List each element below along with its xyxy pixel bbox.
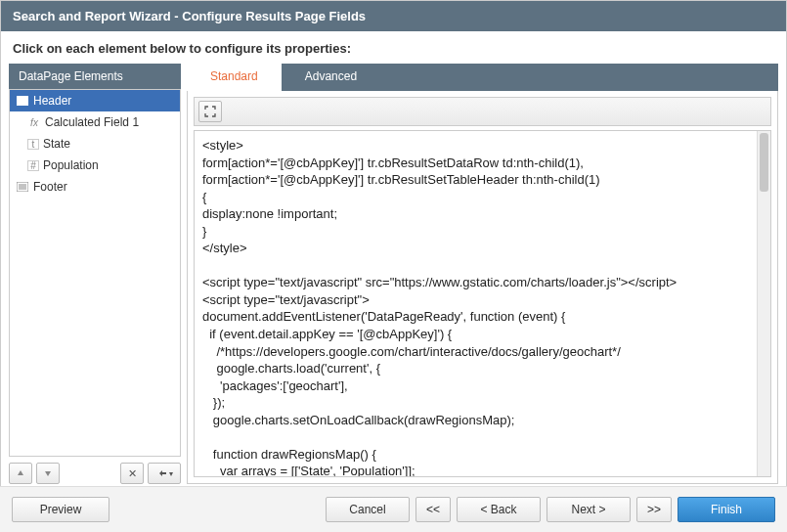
tree-toolbar: ✕ ▾ (9, 457, 181, 484)
scrollbar-thumb[interactable] (760, 133, 768, 192)
config-tabs: Standard Advanced (187, 64, 778, 91)
code-content-before: <style> form[action*='[@cbAppKey]'] tr.c… (202, 138, 677, 477)
move-up-button[interactable] (9, 463, 32, 484)
text-field-icon: t (27, 139, 39, 150)
tree-item-footer[interactable]: Footer (10, 176, 180, 198)
section-icon (16, 180, 29, 194)
tree-item-state[interactable]: t State (10, 133, 180, 155)
next-button[interactable]: Next > (547, 497, 631, 522)
tree-item-calculated-field[interactable]: fx Calculated Field 1 (10, 111, 180, 133)
finish-button[interactable]: Finish (678, 497, 775, 522)
editor-toolbar (194, 97, 771, 126)
tab-standard[interactable]: Standard (187, 64, 282, 91)
tree-item-population[interactable]: # Population (10, 155, 180, 176)
tab-advanced[interactable]: Advanced (282, 64, 380, 91)
instruction-text: Click on each element below to configure… (1, 31, 786, 64)
code-editor[interactable]: <style> form[action*='[@cbAppKey]'] tr.c… (194, 130, 771, 477)
back-button[interactable]: < Back (457, 497, 541, 522)
wizard-button-bar: Preview Cancel << < Back Next > >> Finis… (0, 486, 787, 532)
last-page-button[interactable]: >> (636, 497, 672, 522)
delete-button[interactable]: ✕ (120, 463, 144, 484)
tree-item-label: Population (43, 158, 99, 172)
number-field-icon: # (27, 160, 39, 171)
tree-item-label: Calculated Field 1 (45, 115, 139, 129)
section-icon (16, 94, 29, 108)
tree-item-label: Footer (33, 180, 67, 194)
window-title: Search and Report Wizard - Configure Res… (1, 1, 786, 31)
cancel-button[interactable]: Cancel (326, 497, 410, 522)
first-page-button[interactable]: << (415, 497, 451, 522)
insert-button[interactable]: ▾ (148, 463, 181, 484)
preview-button[interactable]: Preview (12, 497, 109, 522)
tree-item-label: Header (33, 94, 71, 108)
tree-item-header[interactable]: Header (10, 90, 180, 111)
expand-editor-button[interactable] (198, 101, 222, 122)
elements-panel-header: DataPage Elements (9, 64, 181, 89)
elements-tree: Header fx Calculated Field 1 t State # P… (9, 89, 181, 457)
fx-field-icon: fx (27, 115, 41, 129)
tree-item-label: State (43, 137, 70, 151)
vertical-scrollbar[interactable] (757, 131, 770, 476)
move-down-button[interactable] (36, 463, 60, 484)
